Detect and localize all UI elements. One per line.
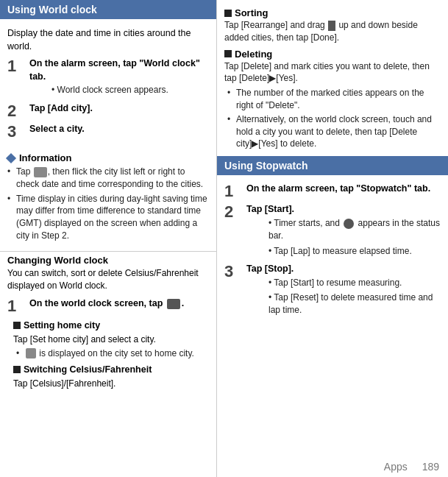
sw-step-3-num: 3 bbox=[224, 263, 241, 280]
sw-step-1-text: On the alarm screen, tap "Stopwatch" tab… bbox=[246, 183, 430, 196]
left-column: Using World clock Display the date and t… bbox=[0, 0, 217, 477]
step-2-text: Tap [Add city]. bbox=[29, 102, 93, 116]
setting-home-block: Setting home city Tap [Set home city] an… bbox=[13, 319, 209, 360]
square-icon-sorting bbox=[224, 10, 232, 17]
timer-icon bbox=[344, 219, 354, 229]
sw-step-2-num: 2 bbox=[224, 203, 241, 221]
step-3-text: Select a city. bbox=[29, 123, 85, 136]
diamond-icon bbox=[6, 152, 16, 163]
sw-steps: 1 On the alarm screen, tap "Stopwatch" t… bbox=[217, 180, 448, 328]
sw-step-2-sub-1: • Timer starts, and appears in the statu… bbox=[269, 217, 441, 243]
sorting-header: Sorting bbox=[224, 7, 441, 18]
sw-step-3-text: Tap [Stop]. bbox=[246, 263, 441, 276]
stopwatch-header: Using Stopwatch bbox=[217, 156, 448, 175]
sw-step-2-text: Tap [Start]. bbox=[246, 203, 441, 216]
sw-step-3-sub-2: • Tap [Reset] to delete measured time an… bbox=[269, 292, 441, 317]
sw-step-2-sub-2: • Tap [Lap] to measure elapsed time. bbox=[269, 245, 441, 258]
step-1-text: On the alarm screen, tap "World clock" t… bbox=[29, 57, 209, 83]
menu-icon bbox=[167, 299, 180, 309]
changing-header: Changing World clock bbox=[0, 251, 216, 267]
step-1-num: 1 bbox=[7, 57, 24, 75]
square-icon-1 bbox=[13, 322, 21, 329]
deleting-text: Tap [Delete] and mark cities you want to… bbox=[224, 60, 441, 85]
deleting-header: Deleting bbox=[224, 49, 441, 60]
footer-apps-label: Apps bbox=[384, 461, 408, 473]
home-icon bbox=[26, 348, 36, 358]
sorting-block: Sorting Tap [Rearrange] and drag up and … bbox=[217, 3, 448, 44]
block2-text: Tap [Celsius]/[Fahrenheit]. bbox=[13, 378, 209, 390]
sw-step-3: 3 Tap [Stop]. • Tap [Start] to resume me… bbox=[224, 263, 441, 319]
deleting-bullet-2: Alternatively, on the world clock screen… bbox=[227, 113, 441, 150]
sw-step-2: 2 Tap [Start]. • Timer starts, and appea… bbox=[224, 203, 441, 260]
step-4-text: On the world clock screen, tap . bbox=[29, 297, 184, 311]
world-clock-header: Using World clock bbox=[0, 0, 216, 19]
step-2: 2 Tap [Add city]. bbox=[7, 102, 209, 120]
step-4-num: 1 bbox=[7, 297, 24, 315]
information-section: Information Tap , then flick the city li… bbox=[0, 149, 216, 248]
block1-title: Setting home city bbox=[24, 319, 100, 332]
step-2-num: 2 bbox=[7, 102, 24, 120]
footer-page-num: 189 bbox=[422, 461, 439, 473]
city-icon bbox=[34, 167, 47, 177]
intro-text: Display the date and time in cities arou… bbox=[7, 26, 209, 53]
changing-desc: You can switch, sort or delete Celsius/F… bbox=[0, 267, 216, 295]
block1-bullet: is displayed on the city set to home cit… bbox=[16, 347, 209, 360]
switching-block: Switching Celsius/Fahrenheit Tap [Celsiu… bbox=[13, 363, 209, 391]
sw-step-3-sub-1: • Tap [Start] to resume measuring. bbox=[269, 277, 441, 289]
square-icon-2 bbox=[13, 366, 21, 373]
right-column: Sorting Tap [Rearrange] and drag up and … bbox=[217, 0, 448, 477]
block1-text: Tap [Set home city] and select a city. bbox=[13, 333, 209, 346]
info-label: Information bbox=[19, 152, 72, 163]
sw-step-1-num: 1 bbox=[224, 183, 241, 200]
right-top: Sorting Tap [Rearrange] and drag up and … bbox=[217, 0, 448, 328]
sorting-text: Tap [Rearrange] and drag up and down bes… bbox=[224, 19, 441, 44]
footer-divider bbox=[415, 461, 418, 473]
step-1-sub: • World clock screen appears. bbox=[51, 84, 209, 96]
deleting-block: Deleting Tap [Delete] and mark cities yo… bbox=[217, 49, 448, 151]
square-icon-deleting bbox=[224, 50, 232, 57]
block2-title: Switching Celsius/Fahrenheit bbox=[24, 363, 152, 376]
footer: Apps 189 bbox=[217, 456, 448, 477]
step-3: 3 Select a city. bbox=[7, 123, 209, 141]
deleting-bullet-1: The number of the marked cities appears … bbox=[227, 87, 441, 112]
step-4: 1 On the world clock screen, tap . bbox=[7, 297, 209, 315]
sw-step-1: 1 On the alarm screen, tap "Stopwatch" t… bbox=[224, 183, 441, 200]
step-3-num: 3 bbox=[7, 123, 24, 141]
drag-icon bbox=[328, 21, 335, 31]
info-header: Information bbox=[7, 152, 209, 163]
info-bullet-1: Tap , then flick the city list left or r… bbox=[7, 166, 209, 191]
info-bullet-2: Time display in cities during day-light … bbox=[7, 193, 209, 242]
sorting-title: Sorting bbox=[235, 7, 269, 18]
step-1: 1 On the alarm screen, tap "World clock"… bbox=[7, 57, 209, 99]
deleting-title: Deleting bbox=[235, 49, 272, 60]
